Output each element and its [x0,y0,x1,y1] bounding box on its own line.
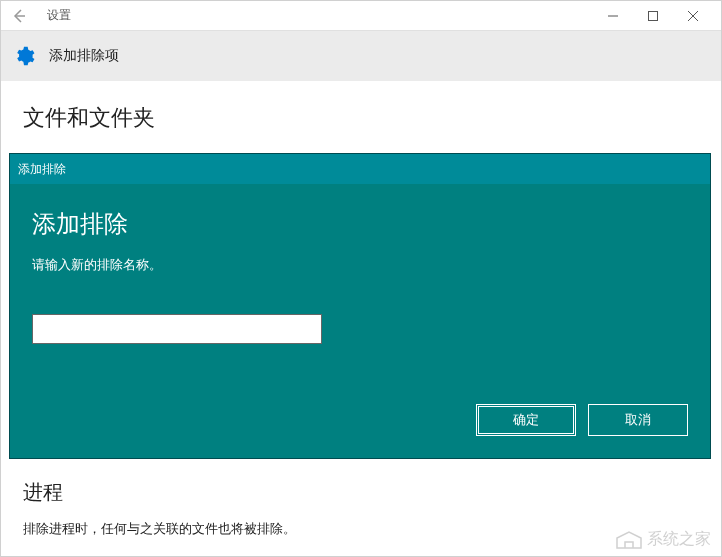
window-titlebar: 设置 [1,1,721,31]
window-title: 设置 [47,7,71,24]
exclusion-name-input[interactable] [32,314,322,344]
window-controls [593,2,713,30]
dialog-instruction: 请输入新的排除名称。 [32,256,688,274]
dialog-heading: 添加排除 [32,208,688,240]
minimize-icon [608,11,618,21]
ok-button[interactable]: 确定 [476,404,576,436]
close-button[interactable] [673,2,713,30]
header-bar: 添加排除项 [1,31,721,81]
dialog-button-row: 确定 取消 [32,404,688,436]
svg-rect-2 [649,11,658,20]
dialog-body: 添加排除 请输入新的排除名称。 确定 取消 [10,184,710,458]
maximize-button[interactable] [633,2,673,30]
ok-button-label: 确定 [513,411,539,429]
header-title: 添加排除项 [49,47,119,65]
minimize-button[interactable] [593,2,633,30]
back-button[interactable] [9,6,29,26]
cancel-button-label: 取消 [625,411,651,429]
section-process-description: 排除进程时，任何与之关联的文件也将被排除。 [23,520,699,538]
titlebar-left: 设置 [9,6,71,26]
cancel-button[interactable]: 取消 [588,404,688,436]
section-process-heading: 进程 [23,479,699,506]
maximize-icon [648,11,658,21]
gear-icon [13,45,35,67]
content-area: 文件和文件夹 添加排除 添加排除 请输入新的排除名称。 确定 取消 [1,81,721,459]
section-process: 进程 排除进程时，任何与之关联的文件也将被排除。 [1,459,721,538]
back-arrow-icon [11,8,27,24]
close-icon [688,11,698,21]
dialog-titlebar: 添加排除 [10,154,710,184]
add-exclusion-dialog: 添加排除 添加排除 请输入新的排除名称。 确定 取消 [9,153,711,459]
dialog-titlebar-text: 添加排除 [18,161,66,178]
section-files-heading: 文件和文件夹 [23,103,699,133]
